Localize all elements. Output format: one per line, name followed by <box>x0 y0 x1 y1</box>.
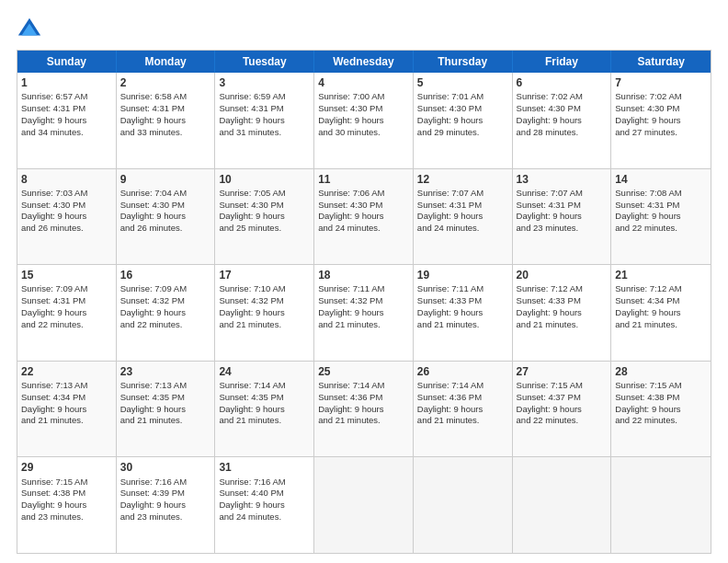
cal-cell-day-1: 1Sunrise: 6:57 AMSunset: 4:31 PMDaylight… <box>17 73 117 168</box>
day-number: 24 <box>219 364 310 379</box>
day-info-line: Sunrise: 7:02 AM <box>615 91 681 101</box>
day-number: 17 <box>219 268 310 282</box>
logo <box>17 17 46 42</box>
day-info-line: Sunrise: 7:02 AM <box>517 91 583 101</box>
day-info-line: Sunrise: 7:01 AM <box>417 91 483 101</box>
day-number: 21 <box>615 268 707 282</box>
day-info-line: Daylight: 9 hours <box>120 307 186 317</box>
day-info-line: Sunrise: 7:04 AM <box>120 188 187 198</box>
cal-cell-day-13: 13Sunrise: 7:07 AMSunset: 4:31 PMDayligh… <box>513 169 612 265</box>
day-info-line: Daylight: 9 hours <box>517 307 582 317</box>
cal-cell-day-23: 23Sunrise: 7:13 AMSunset: 4:35 PMDayligh… <box>117 362 216 457</box>
day-number: 7 <box>615 75 707 90</box>
day-number: 1 <box>21 75 112 90</box>
day-info-line: Sunrise: 7:07 AM <box>517 188 583 198</box>
day-info-line: and 34 minutes. <box>21 127 84 137</box>
day-info-line: Sunrise: 7:15 AM <box>615 380 681 390</box>
day-info-line: Sunset: 4:38 PM <box>21 488 85 498</box>
day-info-line: Daylight: 9 hours <box>417 404 483 414</box>
day-info-line: Daylight: 9 hours <box>615 115 680 125</box>
day-info-line: Daylight: 9 hours <box>120 211 186 221</box>
day-info-line: and 22 minutes. <box>517 415 579 425</box>
day-info-line: and 28 minutes. <box>517 127 579 137</box>
day-info-line: Daylight: 9 hours <box>219 115 284 125</box>
day-info-line: Sunset: 4:31 PM <box>21 103 85 113</box>
cal-cell-day-25: 25Sunrise: 7:14 AMSunset: 4:36 PMDayligh… <box>314 362 414 457</box>
cal-cell-day-10: 10Sunrise: 7:05 AMSunset: 4:30 PMDayligh… <box>215 169 314 265</box>
cal-cell-empty <box>513 457 612 553</box>
day-info-line: Sunset: 4:31 PM <box>417 200 482 210</box>
day-info-line: Sunset: 4:34 PM <box>615 295 679 305</box>
day-number: 29 <box>21 460 112 475</box>
day-info-line: Sunset: 4:30 PM <box>219 200 283 210</box>
day-info-line: Sunset: 4:37 PM <box>517 392 581 402</box>
day-info-line: and 27 minutes. <box>615 127 677 137</box>
day-info-line: and 23 minutes. <box>517 223 579 233</box>
day-info-line: Daylight: 9 hours <box>21 211 86 221</box>
day-info-line: Sunrise: 7:15 AM <box>517 380 583 390</box>
day-info-line: and 22 minutes. <box>615 223 677 233</box>
day-info-line: Sunrise: 7:09 AM <box>21 283 87 293</box>
day-info-line: Daylight: 9 hours <box>21 404 86 414</box>
calendar-header-row: SundayMondayTuesdayWednesdayThursdayFrid… <box>17 51 711 73</box>
day-info-line: Sunrise: 7:16 AM <box>219 477 285 487</box>
day-info-line: and 21 minutes. <box>417 415 480 425</box>
day-info-line: Sunrise: 7:03 AM <box>21 188 87 198</box>
day-number: 31 <box>219 460 310 475</box>
day-info-line: Sunrise: 7:08 AM <box>615 188 681 198</box>
day-number: 25 <box>318 364 409 379</box>
cal-header-cell-friday: Friday <box>513 51 612 73</box>
day-info-line: Sunrise: 7:16 AM <box>120 477 187 487</box>
day-info-line: and 31 minutes. <box>219 127 281 137</box>
day-info-line: and 21 minutes. <box>517 319 579 329</box>
cal-cell-day-22: 22Sunrise: 7:13 AMSunset: 4:34 PMDayligh… <box>17 362 117 457</box>
day-info-line: Sunset: 4:31 PM <box>21 295 85 305</box>
cal-cell-day-21: 21Sunrise: 7:12 AMSunset: 4:34 PMDayligh… <box>611 265 711 361</box>
day-info-line: Sunrise: 7:09 AM <box>120 283 187 293</box>
day-info-line: and 21 minutes. <box>21 415 84 425</box>
day-number: 23 <box>120 364 211 379</box>
day-info-line: Sunrise: 6:58 AM <box>120 91 187 101</box>
day-info-line: and 21 minutes. <box>120 415 183 425</box>
calendar-body: 1Sunrise: 6:57 AMSunset: 4:31 PMDaylight… <box>17 73 711 553</box>
day-number: 14 <box>615 172 707 187</box>
logo-icon <box>17 17 42 42</box>
cal-cell-day-15: 15Sunrise: 7:09 AMSunset: 4:31 PMDayligh… <box>17 265 117 361</box>
day-info-line: Daylight: 9 hours <box>219 211 284 221</box>
cal-cell-day-16: 16Sunrise: 7:09 AMSunset: 4:32 PMDayligh… <box>117 265 216 361</box>
day-info-line: Sunset: 4:36 PM <box>417 392 482 402</box>
day-info-line: and 30 minutes. <box>318 127 381 137</box>
day-info-line: Sunset: 4:40 PM <box>219 488 283 498</box>
cal-cell-empty <box>414 457 513 553</box>
day-info-line: Sunset: 4:33 PM <box>517 295 581 305</box>
day-info-line: Sunset: 4:30 PM <box>120 200 185 210</box>
cal-cell-day-31: 31Sunrise: 7:16 AMSunset: 4:40 PMDayligh… <box>215 457 314 553</box>
day-info-line: Daylight: 9 hours <box>21 500 86 510</box>
day-number: 2 <box>120 75 211 90</box>
day-info-line: Sunset: 4:38 PM <box>615 392 679 402</box>
day-info-line: Sunrise: 7:07 AM <box>417 188 483 198</box>
day-info-line: Daylight: 9 hours <box>517 404 582 414</box>
day-info-line: Sunset: 4:31 PM <box>615 200 679 210</box>
day-info-line: Daylight: 9 hours <box>417 211 483 221</box>
cal-cell-day-6: 6Sunrise: 7:02 AMSunset: 4:30 PMDaylight… <box>513 73 612 168</box>
cal-cell-day-29: 29Sunrise: 7:15 AMSunset: 4:38 PMDayligh… <box>17 457 117 553</box>
cal-cell-day-30: 30Sunrise: 7:16 AMSunset: 4:39 PMDayligh… <box>117 457 216 553</box>
cal-cell-day-2: 2Sunrise: 6:58 AMSunset: 4:31 PMDaylight… <box>117 73 216 168</box>
day-info-line: Sunrise: 7:14 AM <box>417 380 483 390</box>
cal-cell-day-3: 3Sunrise: 6:59 AMSunset: 4:31 PMDaylight… <box>215 73 314 168</box>
day-number: 3 <box>219 75 310 90</box>
day-number: 28 <box>615 364 707 379</box>
day-info-line: and 25 minutes. <box>219 223 281 233</box>
day-info-line: and 21 minutes. <box>219 319 281 329</box>
cal-cell-day-26: 26Sunrise: 7:14 AMSunset: 4:36 PMDayligh… <box>414 362 513 457</box>
day-info-line: Sunrise: 7:13 AM <box>21 380 87 390</box>
day-info-line: Sunrise: 7:14 AM <box>219 380 285 390</box>
cal-cell-day-7: 7Sunrise: 7:02 AMSunset: 4:30 PMDaylight… <box>611 73 711 168</box>
cal-header-cell-saturday: Saturday <box>611 51 711 73</box>
day-number: 15 <box>21 268 112 282</box>
day-info-line: and 24 minutes. <box>219 511 281 522</box>
day-info-line: Sunrise: 7:15 AM <box>21 477 87 487</box>
day-number: 27 <box>517 364 608 379</box>
page: SundayMondayTuesdayWednesdayThursdayFrid… <box>0 0 728 563</box>
